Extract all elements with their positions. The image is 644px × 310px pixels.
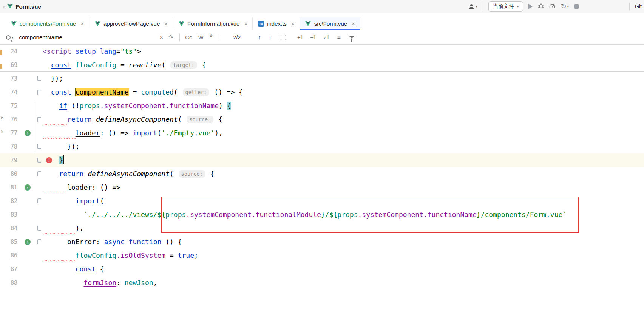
code-token [43, 61, 51, 69]
editor-tab[interactable]: TSindex.ts× [253, 17, 300, 30]
run-config-selector[interactable]: 当前文件 ▾ [488, 1, 524, 12]
newline-icon[interactable]: ↷ [168, 34, 173, 41]
rerun-icon[interactable]: ↻ [561, 3, 566, 9]
line-number[interactable]: 80 [0, 167, 17, 181]
error-icon[interactable]: ! [46, 157, 52, 163]
code-line[interactable]: 69 const flowConfig = reactive( target: … [0, 58, 644, 72]
match-case-toggle[interactable]: Cc [185, 34, 192, 40]
fold-marker-icon[interactable] [37, 239, 41, 244]
line-number[interactable]: 81 [0, 181, 17, 194]
code-token: () { [161, 238, 182, 246]
code-line[interactable]: 81↑ loader: () => [0, 181, 644, 194]
search-match-highlight: componentName [76, 88, 129, 96]
line-number[interactable]: 76 [0, 113, 17, 126]
code-line[interactable]: 87 const { [0, 262, 644, 276]
open-in-find-window-icon[interactable] [281, 35, 286, 40]
line-number[interactable]: 75 [0, 99, 17, 113]
close-tab-icon[interactable]: × [244, 20, 247, 27]
next-match-icon[interactable]: ↓ [269, 34, 272, 41]
close-tab-icon[interactable]: × [291, 20, 295, 27]
fold-marker-icon[interactable] [37, 171, 41, 176]
run-icon[interactable] [528, 4, 533, 9]
overridden-marker-icon[interactable]: ↑ [25, 184, 31, 191]
code-text: flowConfig.isOldSystem = true; [0, 249, 644, 262]
code-line[interactable]: 88 formJson: newJson, [0, 276, 644, 290]
whole-words-toggle[interactable]: W [198, 34, 204, 40]
chevron-down-icon: ▾ [476, 5, 477, 8]
editor-tab[interactable]: approveFlowPage.vue× [89, 17, 173, 30]
clear-search-icon[interactable]: × [160, 34, 163, 41]
code-line[interactable]: 73 }); [0, 72, 644, 85]
code-token [43, 143, 67, 150]
editor-tab[interactable]: components\Form.vue× [5, 17, 89, 30]
vue-icon [178, 21, 184, 27]
line-number[interactable]: 86 [0, 249, 17, 262]
code-token: }); [67, 143, 80, 150]
code-line[interactable]: 85↑ onError: async function () { [0, 235, 644, 249]
line-number[interactable]: 77 [0, 126, 17, 140]
code-token [43, 88, 51, 96]
search-input[interactable]: componentName [19, 34, 160, 40]
code-line[interactable]: 78 }); [0, 140, 644, 153]
remove-occurrence-icon[interactable]: −‖ [310, 34, 315, 40]
search-options-icon[interactable]: ≡ [337, 34, 341, 41]
close-tab-icon[interactable]: × [164, 20, 168, 27]
line-number[interactable]: 85 [0, 235, 17, 249]
stop-icon[interactable] [574, 4, 579, 9]
regex-toggle[interactable]: * [210, 33, 213, 42]
line-number[interactable]: 73 [0, 72, 17, 85]
code-token: = [116, 61, 129, 69]
editor-tab[interactable]: FormInformation.vue× [173, 17, 253, 30]
line-number[interactable]: 74 [0, 85, 17, 99]
line-number[interactable]: 78 [0, 140, 17, 153]
line-number[interactable]: 84 [0, 222, 17, 235]
line-number[interactable]: 24 [0, 45, 17, 58]
divider [483, 3, 483, 10]
overridden-marker-icon[interactable]: ↑ [25, 130, 31, 136]
search-icon[interactable] [6, 35, 11, 40]
code-text: <script setup lang="ts"> [0, 45, 644, 58]
editor-tab[interactable]: src\Form.vue× [300, 17, 360, 30]
previous-match-icon[interactable]: ↑ [258, 34, 261, 41]
code-text: loader: () => [0, 181, 644, 194]
line-number[interactable]: 83 [0, 208, 17, 222]
code-line[interactable]: 86 flowConfig.isOldSystem = true; [0, 249, 644, 262]
code-line[interactable]: 79! } [0, 153, 644, 167]
code-token: './Empty.vue' [161, 129, 215, 137]
code-line[interactable]: 77↑ loader: () => import('./Empty.vue'), [0, 126, 644, 140]
git-widget[interactable]: Git [635, 3, 642, 9]
close-tab-icon[interactable]: × [352, 20, 355, 27]
code-line[interactable]: 75 if (!props.systemComponent.functionNa… [0, 99, 644, 113]
select-all-occurrences-icon[interactable]: ✓‖ [323, 34, 330, 40]
fold-marker-icon[interactable] [37, 226, 41, 231]
fold-marker-icon[interactable] [37, 76, 41, 81]
code-token: onError [67, 238, 96, 246]
line-number[interactable]: 79 [0, 153, 17, 167]
search-history-caret-icon[interactable]: ▾ [12, 36, 14, 39]
code-line[interactable]: 24<script setup lang="ts"> [0, 45, 644, 58]
filter-icon[interactable] [349, 36, 354, 39]
code-line[interactable]: 80 return defineAsyncComponent( source: … [0, 167, 644, 181]
code-line[interactable]: 74 const componentName = computed( gette… [0, 85, 644, 99]
fold-marker-icon[interactable] [37, 158, 41, 163]
user-icon[interactable]: ▾ [468, 3, 477, 9]
line-number[interactable]: 88 [0, 276, 17, 290]
code-text: return defineAsyncComponent( source: { [0, 167, 644, 181]
code-editor[interactable]: 6 5 24<script setup lang="ts">69 const f… [0, 45, 644, 309]
profiler-icon[interactable] [549, 3, 555, 10]
line-number[interactable]: 69 [0, 58, 17, 72]
close-tab-icon[interactable]: × [80, 20, 84, 27]
fold-marker-icon[interactable] [37, 198, 41, 203]
debug-icon[interactable] [538, 3, 544, 10]
code-token: ( [157, 129, 161, 137]
fold-marker-icon[interactable] [37, 90, 41, 95]
line-number[interactable]: 82 [0, 194, 17, 208]
code-line[interactable]: 76 return defineAsyncComponent( source: … [0, 113, 644, 126]
fold-marker-icon[interactable] [37, 117, 41, 122]
add-occurrence-icon[interactable]: +‖ [297, 34, 303, 40]
code-token: { [96, 265, 104, 273]
code-text: if (!props.systemComponent.functionName)… [0, 99, 644, 113]
overridden-marker-icon[interactable]: ↑ [25, 239, 31, 245]
fold-marker-icon[interactable] [37, 144, 41, 149]
line-number[interactable]: 87 [0, 262, 17, 276]
